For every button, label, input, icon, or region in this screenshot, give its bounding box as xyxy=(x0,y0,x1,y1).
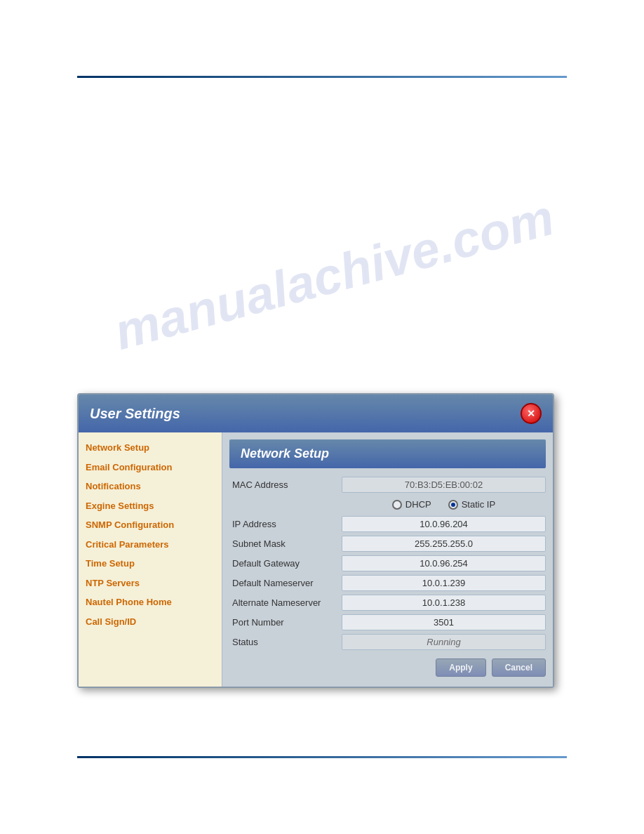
alternate-nameserver-value xyxy=(342,595,546,611)
static-ip-radio-circle[interactable] xyxy=(448,500,458,510)
ip-address-value xyxy=(342,516,546,532)
default-gateway-row: Default Gateway xyxy=(229,555,546,571)
ip-address-row: IP Address xyxy=(229,516,546,532)
subnet-mask-input[interactable] xyxy=(342,536,546,552)
port-number-input[interactable] xyxy=(342,614,546,630)
sidebar-item-nautel-phone-home[interactable]: Nautel Phone Home xyxy=(79,593,222,612)
panel-title: Network Setup xyxy=(241,446,329,461)
dhcp-radio-circle[interactable] xyxy=(392,500,402,510)
dhcp-radio-option[interactable]: DHCP xyxy=(392,499,431,510)
content-area: Network Setup Email Configuration Notifi… xyxy=(79,432,553,687)
alternate-nameserver-input[interactable] xyxy=(342,595,546,611)
apply-button[interactable]: Apply xyxy=(436,658,485,677)
status-row: Status xyxy=(229,634,546,650)
sidebar-item-ntp-servers[interactable]: NTP Servers xyxy=(79,574,222,593)
port-number-value xyxy=(342,614,546,630)
bottom-decorative-line xyxy=(77,756,567,758)
default-nameserver-input[interactable] xyxy=(342,575,546,591)
cancel-button[interactable]: Cancel xyxy=(492,658,546,677)
status-label: Status xyxy=(229,637,342,647)
default-gateway-label: Default Gateway xyxy=(229,558,342,569)
default-nameserver-value xyxy=(342,575,546,591)
subnet-mask-label: Subnet Mask xyxy=(229,538,342,549)
ip-mode-radios: DHCP Static IP xyxy=(342,496,546,512)
title-bar: User Settings xyxy=(79,395,553,432)
alternate-nameserver-row: Alternate Nameserver xyxy=(229,595,546,611)
mac-address-row: MAC Address xyxy=(229,477,546,493)
close-button[interactable] xyxy=(521,403,542,424)
default-nameserver-label: Default Nameserver xyxy=(229,578,342,588)
status-input xyxy=(342,634,546,650)
port-number-row: Port Number xyxy=(229,614,546,630)
right-panel: Network Setup MAC Address DHCP xyxy=(222,432,553,687)
mac-address-label: MAC Address xyxy=(229,479,342,490)
sidebar-item-network-setup[interactable]: Network Setup xyxy=(79,438,222,458)
default-gateway-input[interactable] xyxy=(342,555,546,571)
subnet-mask-value xyxy=(342,536,546,552)
mac-address-value xyxy=(342,477,546,493)
panel-header: Network Setup xyxy=(229,439,546,468)
dhcp-label: DHCP xyxy=(405,499,431,510)
user-settings-dialog: User Settings Network Setup Email Config… xyxy=(77,393,554,688)
sidebar-item-notifications[interactable]: Notifications xyxy=(79,477,222,496)
ip-mode-row: DHCP Static IP xyxy=(229,496,546,512)
sidebar-item-time-setup[interactable]: Time Setup xyxy=(79,554,222,574)
top-decorative-line xyxy=(77,76,567,78)
alternate-nameserver-label: Alternate Nameserver xyxy=(229,597,342,608)
sidebar-item-email-configuration[interactable]: Email Configuration xyxy=(79,458,222,477)
dialog-title: User Settings xyxy=(90,406,180,422)
watermark: manualachive.com xyxy=(108,188,560,361)
button-row: Apply Cancel xyxy=(229,656,546,680)
ip-address-input[interactable] xyxy=(342,516,546,532)
default-gateway-value xyxy=(342,555,546,571)
port-number-label: Port Number xyxy=(229,617,342,628)
sidebar-item-exgine-settings[interactable]: Exgine Settings xyxy=(79,496,222,516)
sidebar-item-critical-parameters[interactable]: Critical Parameters xyxy=(79,535,222,555)
sidebar: Network Setup Email Configuration Notifi… xyxy=(79,432,222,687)
mac-address-input[interactable] xyxy=(342,477,546,493)
ip-address-label: IP Address xyxy=(229,519,342,529)
subnet-mask-row: Subnet Mask xyxy=(229,536,546,552)
default-nameserver-row: Default Nameserver xyxy=(229,575,546,591)
static-ip-radio-option[interactable]: Static IP xyxy=(448,499,495,510)
status-value xyxy=(342,634,546,650)
sidebar-item-snmp-configuration[interactable]: SNMP Configuration xyxy=(79,515,222,535)
sidebar-item-call-sign-id[interactable]: Call Sign/ID xyxy=(79,612,222,632)
static-ip-label: Static IP xyxy=(462,499,495,510)
